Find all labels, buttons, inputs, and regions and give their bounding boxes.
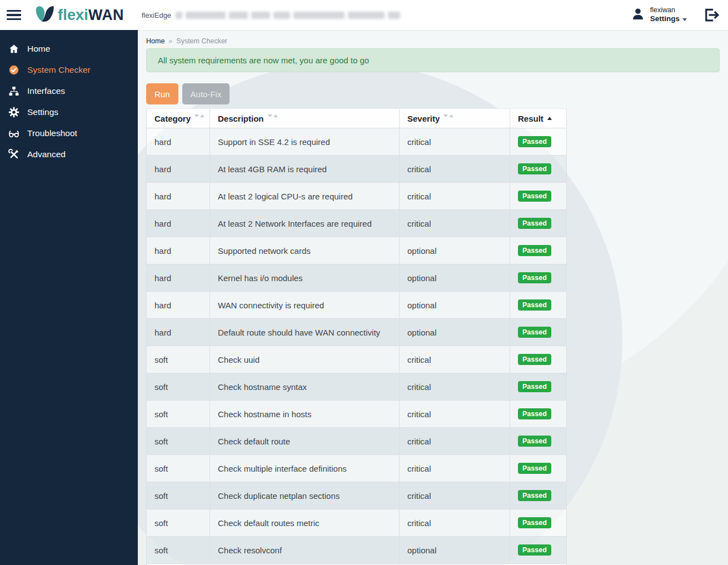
- cell-severity: optional: [400, 319, 510, 346]
- cell-description: At least 4GB RAM is required: [210, 156, 400, 182]
- status-badge: Passed: [518, 517, 551, 529]
- column-header-category[interactable]: Category: [147, 109, 210, 128]
- cell-description: Check default routes metric: [210, 509, 400, 536]
- cell-result: Passed: [510, 237, 566, 264]
- breadcrumb-separator: »: [168, 37, 172, 45]
- status-badge: Passed: [518, 354, 551, 366]
- cell-category: hard: [147, 183, 210, 209]
- breadcrumb: Home»System Checker: [146, 37, 720, 45]
- table-row: soft Check hostname in hosts critical Pa…: [147, 401, 566, 428]
- device-label: flexiEdge: [142, 11, 171, 19]
- sort-icon: [443, 114, 453, 117]
- top-bar: flexiWAN flexiEdge flexiwan Settings: [0, 0, 728, 30]
- sitemap-icon: [8, 86, 19, 97]
- cell-severity: optional: [400, 264, 510, 291]
- cell-severity: optional: [400, 292, 510, 318]
- cell-result: Passed: [510, 482, 566, 509]
- cell-result: Passed: [510, 346, 566, 373]
- flexiwan-logo[interactable]: flexiWAN: [34, 5, 124, 26]
- status-badge: Passed: [518, 163, 551, 175]
- menu-toggle-icon[interactable]: [7, 10, 21, 20]
- status-badge: Passed: [518, 245, 551, 257]
- flexiwan-logo-icon: [34, 5, 57, 26]
- sidebar-item-label: Interfaces: [27, 86, 65, 96]
- cell-result: Passed: [510, 401, 566, 427]
- success-alert-message: All system requirements are now met, you…: [158, 56, 369, 65]
- table-row: hard Support in SSE 4.2 is required crit…: [147, 128, 566, 156]
- logout-icon[interactable]: [702, 7, 719, 23]
- run-button[interactable]: Run: [146, 83, 178, 104]
- system-checker-table: Category Description Severity Result har…: [146, 108, 567, 565]
- breadcrumb-home-link[interactable]: Home: [146, 37, 164, 45]
- cell-description: Check hostname in hosts: [210, 401, 400, 427]
- status-badge: Passed: [518, 218, 551, 229]
- cell-description: Check default route: [210, 428, 400, 454]
- cell-category: soft: [147, 455, 210, 482]
- cell-severity: optional: [400, 237, 510, 264]
- auto-fix-button[interactable]: Auto-Fix: [182, 83, 230, 104]
- device-title: flexiEdge: [142, 11, 400, 19]
- table-row: hard At least 4GB RAM is required critic…: [147, 156, 566, 183]
- cell-description: At least 2 Network Interfaces are requir…: [210, 210, 400, 237]
- cell-category: soft: [147, 537, 210, 563]
- settings-menu-label: Settings: [650, 14, 680, 24]
- status-badge: Passed: [518, 381, 551, 393]
- action-buttons: Run Auto-Fix: [146, 83, 720, 104]
- cell-category: soft: [147, 482, 210, 509]
- sidebar-item-label: Settings: [27, 107, 58, 117]
- cell-severity: optional: [400, 537, 510, 563]
- cell-result: Passed: [510, 264, 566, 291]
- column-header-result[interactable]: Result: [510, 109, 566, 128]
- cell-category: soft: [147, 346, 210, 373]
- device-id-redacted: [176, 12, 400, 19]
- sidebar-item-interfaces[interactable]: Interfaces: [0, 81, 138, 102]
- user-settings-menu[interactable]: flexiwan Settings: [631, 6, 687, 24]
- cell-description: At least 2 logical CPU-s are required: [210, 183, 400, 209]
- success-alert: All system requirements are now met, you…: [146, 48, 720, 72]
- status-badge: Passed: [518, 490, 551, 502]
- sidebar-item-settings[interactable]: Settings: [0, 102, 138, 123]
- cell-result: Passed: [510, 373, 566, 400]
- column-header-description[interactable]: Description: [210, 109, 400, 128]
- main-area: Home»System Checker All system requireme…: [138, 30, 728, 565]
- cell-description: Support in SSE 4.2 is required: [210, 128, 400, 155]
- cell-severity: critical: [400, 346, 510, 373]
- cell-result: Passed: [510, 292, 566, 318]
- sort-icon: [195, 114, 205, 117]
- cell-severity: critical: [400, 482, 510, 509]
- table-row: soft Check uuid critical Passed: [147, 346, 566, 373]
- cell-result: Passed: [510, 210, 566, 237]
- sidebar-item-troubleshoot[interactable]: Troubleshoot: [0, 123, 138, 144]
- cell-category: hard: [147, 264, 210, 291]
- column-header-severity[interactable]: Severity: [400, 109, 510, 128]
- sidebar-item-system-checker[interactable]: System Checker: [0, 59, 138, 81]
- table-row: hard WAN connectivity is required option…: [147, 292, 566, 319]
- cell-category: hard: [147, 237, 210, 264]
- check-circle-icon: [8, 64, 19, 76]
- cell-category: hard: [147, 210, 210, 237]
- cell-result: Passed: [510, 455, 566, 482]
- cell-result: Passed: [510, 156, 566, 182]
- cell-result: Passed: [510, 537, 566, 563]
- status-badge: Passed: [518, 408, 551, 420]
- cell-category: soft: [147, 428, 210, 454]
- status-badge: Passed: [518, 327, 551, 338]
- cell-category: hard: [147, 292, 210, 318]
- table-row: soft Check duplicate netplan sections cr…: [147, 482, 566, 509]
- sidebar-item-advanced[interactable]: Advanced: [0, 144, 138, 165]
- sidebar-item-home[interactable]: Home: [0, 38, 138, 59]
- sidebar-item-label: Troubleshoot: [27, 128, 77, 138]
- user-icon: [631, 7, 645, 23]
- table-row: hard At least 2 Network Interfaces are r…: [147, 210, 566, 237]
- brand-text: flexiWAN: [58, 7, 124, 24]
- table-row: hard At least 2 logical CPU-s are requir…: [147, 183, 566, 210]
- cell-category: hard: [147, 128, 210, 155]
- cell-result: Passed: [510, 428, 566, 454]
- cell-severity: critical: [400, 509, 510, 536]
- table-row: hard Default route should have WAN conne…: [147, 319, 566, 346]
- glasses-icon: [8, 128, 19, 139]
- sort-ascending-icon: [547, 117, 552, 120]
- status-badge: Passed: [518, 272, 551, 284]
- status-badge: Passed: [518, 191, 551, 202]
- tools-icon: [8, 149, 19, 160]
